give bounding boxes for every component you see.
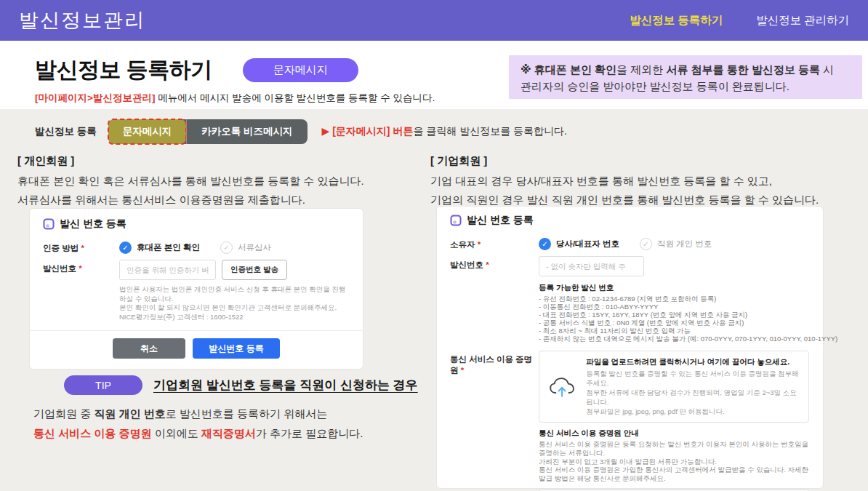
- personal-register-card: 발신 번호 등록 인증 방법 * ✓ 휴대폰 본인 확인 ✓ 서류심사 발신번호…: [29, 208, 363, 370]
- notice-box: ※ 휴대폰 본인 확인을 제외한 서류 첨부를 통한 발신정보 등록 시 관리자…: [509, 55, 862, 99]
- notice-text-2: 시: [820, 63, 834, 76]
- cert-upload-row: 통신 서비스 이용 증명원 * 파일을 업로드하려면 클릭하시거나 여기에 끌어…: [450, 351, 810, 482]
- required-mark: *: [461, 366, 464, 375]
- card-title: 발신 번호 등록: [467, 214, 534, 227]
- send-verification-code-button[interactable]: 인증번호 발송: [222, 260, 287, 280]
- list-item: - 공통 서비스 식별 번호 : 0N0 계열 (번호 앞에 지역 번호 사용 …: [539, 319, 837, 327]
- tip-title: 기업회원 발신번호 등록을 직원이 신청하는 경우: [153, 377, 418, 394]
- required-mark: *: [81, 244, 84, 252]
- message-type-badge: 문자메시지: [243, 58, 358, 82]
- radio-unchecked-icon: ✓: [640, 238, 652, 250]
- tab-bar: 발신정보 등록 문자메시지 카카오톡 비즈메시지 ▶ [문자메시지] 버튼을 클…: [35, 119, 567, 145]
- notice-bold-1: ※ 휴대폰 본인 확인: [521, 63, 616, 76]
- personal-submit-button[interactable]: 발신번호 등록: [193, 338, 280, 359]
- tab-sms[interactable]: 문자메시지: [108, 119, 187, 144]
- breadcrumb-path: [마이페이지>발신정보관리]: [35, 92, 155, 103]
- required-mark: *: [79, 264, 81, 273]
- auth-method-row: 인증 방법 * ✓ 휴대폰 본인 확인 ✓ 서류심사: [43, 239, 350, 254]
- corporate-section-desc: 기업 대표의 경우 당사/대표자 번호를 통해 발신번호 등록을 할 수 있고,…: [430, 172, 819, 209]
- list-item: - 존재하지 않는 번호 대역으로 메시지 발송 불가 (예: 070-0YYY…: [539, 335, 837, 343]
- allowed-numbers-title: 등록 가능한 발신 번호: [539, 283, 837, 293]
- upload-cloud-icon: [548, 374, 576, 400]
- tab-instruction: ▶ [문자메시지] 버튼을 클릭해 발신정보를 등록합니다.: [322, 125, 567, 138]
- personal-phone-input[interactable]: [119, 260, 216, 280]
- breadcrumb-desc: 메뉴에서 메시지 발송에 이용할 발신번호를 등록할 수 있습니다.: [155, 92, 435, 103]
- app-header: 발신정보관리 발신정보 등록하기 발신정보 관리하기: [0, 0, 868, 41]
- tab-kakao-biz[interactable]: 카카오톡 비즈메시지: [186, 119, 307, 144]
- tip-badge: TIP: [64, 375, 142, 395]
- page-header-title: 발신정보관리: [19, 7, 145, 33]
- list-item: - 최소 8자리 ~ 최대 11자리의 발신 번호 입력 가능: [539, 327, 837, 335]
- register-icon: [43, 218, 55, 230]
- required-mark: *: [478, 240, 481, 249]
- file-upload-dropzone[interactable]: 파일을 업로드하려면 클릭하시거나 여기에 끌어다 놓으세요. 등록할 발신 번…: [539, 351, 809, 423]
- radio-document-review[interactable]: ✓ 서류심사: [220, 241, 271, 254]
- content-area: 발신정보 등록 문자메시지 카카오톡 비즈메시지 ▶ [문자메시지] 버튼을 클…: [0, 109, 868, 491]
- corporate-register-card: 발신 번호 등록 소유자 * ✓ 당사/대표자 번호 ✓ 직원 개인 번호 발신…: [436, 206, 824, 489]
- nav-manage-link[interactable]: 발신정보 관리하기: [756, 13, 849, 28]
- corporate-phone-input[interactable]: [539, 256, 644, 276]
- card-title-row: 발신 번호 등록: [43, 217, 350, 231]
- cert-info-lines: 통신 서비스 이용 증명원은 등록 요청하는 발신 번호가 이용자 본인이 사용…: [539, 440, 810, 482]
- radio-checked-icon: ✓: [119, 241, 132, 254]
- notice-text-1: 을 제외한: [616, 63, 666, 76]
- personal-section-desc: 휴대폰 본인 확인 혹은 서류심사를 통해 발신번호를 등록할 수 있습니다. …: [17, 172, 364, 209]
- tab-group-label: 발신정보 등록: [35, 125, 97, 138]
- upload-title: 파일을 업로드하려면 클릭하시거나 여기에 끌어다 놓으세요.: [586, 357, 800, 367]
- tip-section: TIP 기업회원 발신번호 등록을 직원이 신청하는 경우: [64, 375, 418, 395]
- owner-label: 소유자 *: [450, 236, 539, 250]
- instruction-rest: 을 클릭해 발신정보를 등록합니다.: [413, 125, 567, 137]
- register-icon: [450, 215, 462, 226]
- header-nav: 발신정보 등록하기 발신정보 관리하기: [630, 13, 849, 28]
- card-title: 발신 번호 등록: [60, 217, 126, 231]
- message-type-tabs: 문자메시지 카카오톡 비즈메시지: [108, 119, 308, 144]
- phone-number-label: 발신번호 *: [450, 256, 539, 271]
- list-item: - 이동통신 전화번호 : 010-ABYY-YYYY: [539, 303, 837, 311]
- arrow-icon: ▶: [322, 125, 330, 137]
- personal-cancel-button[interactable]: 취소: [113, 338, 185, 359]
- radio-unchecked-icon: ✓: [220, 241, 233, 254]
- radio-company-number[interactable]: ✓ 당사/대표자 번호: [539, 238, 619, 250]
- cert-label: 통신 서비스 이용 증명원 *: [450, 351, 539, 376]
- radio-employee-number[interactable]: ✓ 직원 개인 번호: [640, 238, 712, 250]
- upload-description: 등록할 발신 번호를 증명할 수 있는 통신 서비스 이용 증명원을 첨부해주세…: [586, 370, 800, 416]
- corporate-section-heading: [ 기업회원 ]: [430, 154, 487, 168]
- radio-checked-icon: ✓: [539, 238, 551, 250]
- instruction-bold: [문자메시지] 버튼: [332, 125, 413, 137]
- corporate-phone-row: 발신번호 * 등록 가능한 발신 번호 - 유선 전화번호 : 02-1234-…: [450, 256, 810, 343]
- tip-description: 기업회원 중 직원 개인 번호로 발신번호를 등록하기 위해서는 통신 서비스 …: [33, 404, 363, 443]
- personal-card-actions: 취소 발신번호 등록: [30, 330, 363, 362]
- required-mark: *: [486, 260, 489, 269]
- verification-notes: 법인폰 사용자는 법인폰 개인인증 서비스 신청 후 휴대폰 본인 확인을 진행…: [119, 285, 350, 322]
- personal-section-heading: [ 개인회원 ]: [17, 154, 74, 168]
- cert-info-title: 통신 서비스 이용 증명원 안내: [539, 428, 810, 439]
- owner-row: 소유자 * ✓ 당사/대표자 번호 ✓ 직원 개인 번호: [450, 236, 810, 250]
- card-title-row: 발신 번호 등록: [450, 214, 810, 227]
- personal-phone-row: 발신번호 * 인증번호 발송 법인폰 사용자는 법인폰 개인인증 서비스 신청 …: [43, 260, 350, 322]
- allowed-numbers-list: - 유선 전화번호 : 02-1234-6789 (지역 번호 포함하여 등록)…: [539, 295, 837, 343]
- page-title: 발신정보 등록하기: [35, 55, 212, 85]
- list-item: - 유선 전화번호 : 02-1234-6789 (지역 번호 포함하여 등록): [539, 295, 837, 303]
- auth-method-label: 인증 방법 *: [43, 239, 119, 254]
- phone-number-label: 발신번호 *: [43, 260, 119, 274]
- notice-line-2: 관리자의 승인을 받아야만 발신정보 등록이 완료됩니다.: [521, 80, 789, 92]
- nav-register-link[interactable]: 발신정보 등록하기: [630, 13, 723, 28]
- hero-section: 발신정보 등록하기 문자메시지 [마이페이지>발신정보관리] 메뉴에서 메시지 …: [0, 41, 868, 109]
- list-item: - 대표 전화번호 : 15YY, 16YY, 18YY (번호 앞에 지역 번…: [539, 311, 837, 319]
- notice-bold-2: 서류 첨부를 통한 발신정보 등록: [666, 63, 820, 76]
- radio-phone-identity[interactable]: ✓ 휴대폰 본인 확인: [119, 241, 200, 254]
- breadcrumb: [마이페이지>발신정보관리] 메뉴에서 메시지 발송에 이용할 발신번호를 등록…: [35, 92, 435, 105]
